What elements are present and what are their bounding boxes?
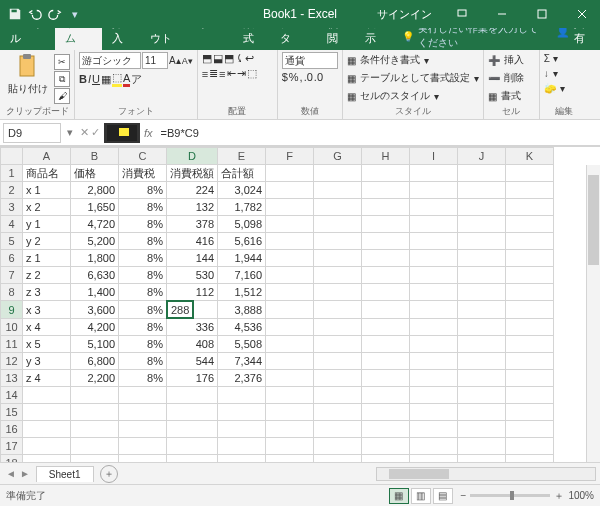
increase-decimal-icon[interactable]: .0: [304, 71, 313, 83]
cell[interactable]: [71, 438, 119, 455]
cell[interactable]: 4,536: [218, 319, 266, 336]
cell[interactable]: 8%: [119, 250, 167, 267]
cell[interactable]: [506, 438, 554, 455]
cell[interactable]: [314, 438, 362, 455]
cell[interactable]: z 3: [23, 284, 71, 301]
worksheet-grid[interactable]: ABCDEFGHIJK1商品名価格消費税消費税額合計額2x 12,8008%22…: [0, 146, 600, 462]
cell[interactable]: [410, 199, 458, 216]
cell[interactable]: [410, 438, 458, 455]
cell[interactable]: [506, 233, 554, 250]
col-header[interactable]: F: [266, 148, 314, 165]
cell[interactable]: [362, 301, 410, 319]
cell[interactable]: [362, 336, 410, 353]
font-color-icon[interactable]: A: [123, 72, 130, 87]
col-header[interactable]: K: [506, 148, 554, 165]
cell[interactable]: [506, 353, 554, 370]
cell[interactable]: x 5: [23, 336, 71, 353]
qat-dropdown-icon[interactable]: ▾: [68, 7, 82, 21]
row-header[interactable]: 5: [1, 233, 23, 250]
cell[interactable]: [314, 216, 362, 233]
paste-button[interactable]: 貼り付け: [4, 52, 52, 98]
cell[interactable]: [266, 182, 314, 199]
cell[interactable]: 112: [167, 284, 218, 301]
cell[interactable]: [266, 250, 314, 267]
row-header[interactable]: 9: [1, 301, 23, 319]
format-as-table-button[interactable]: ▦テーブルとして書式設定 ▾: [347, 70, 479, 86]
cell[interactable]: [362, 267, 410, 284]
cancel-formula-icon[interactable]: ✕: [80, 126, 89, 139]
row-header[interactable]: 17: [1, 438, 23, 455]
cell[interactable]: [458, 421, 506, 438]
cell[interactable]: [266, 387, 314, 404]
cell[interactable]: [458, 182, 506, 199]
cell[interactable]: [458, 353, 506, 370]
cell[interactable]: 5,098: [218, 216, 266, 233]
page-layout-view-icon[interactable]: ▥: [411, 488, 431, 504]
cell[interactable]: [266, 165, 314, 182]
cell[interactable]: [506, 165, 554, 182]
row-header[interactable]: 7: [1, 267, 23, 284]
align-right-icon[interactable]: ≡: [219, 68, 225, 80]
signin-link[interactable]: サインイン: [377, 7, 432, 22]
cell[interactable]: [71, 421, 119, 438]
increase-font-icon[interactable]: A▴: [169, 55, 181, 66]
cell[interactable]: [410, 404, 458, 421]
cell[interactable]: [314, 301, 362, 319]
cell[interactable]: [458, 250, 506, 267]
cell[interactable]: [506, 387, 554, 404]
align-bottom-icon[interactable]: ⬒: [224, 52, 234, 65]
cell[interactable]: [506, 250, 554, 267]
cell[interactable]: [119, 404, 167, 421]
cell[interactable]: 5,200: [71, 233, 119, 250]
cell[interactable]: [23, 387, 71, 404]
font-name-select[interactable]: 游ゴシック: [79, 52, 141, 69]
save-icon[interactable]: [8, 7, 22, 21]
align-middle-icon[interactable]: ⬓: [213, 52, 223, 65]
cell[interactable]: [410, 455, 458, 463]
cell[interactable]: 8%: [119, 353, 167, 370]
cell[interactable]: [410, 216, 458, 233]
cell[interactable]: [167, 421, 218, 438]
col-header[interactable]: I: [410, 148, 458, 165]
cell[interactable]: [410, 250, 458, 267]
col-header[interactable]: A: [23, 148, 71, 165]
cell[interactable]: [167, 387, 218, 404]
cell[interactable]: [506, 216, 554, 233]
cell[interactable]: [410, 301, 458, 319]
cell[interactable]: 1,782: [218, 199, 266, 216]
cell[interactable]: 8%: [119, 336, 167, 353]
cell[interactable]: [23, 455, 71, 463]
indent-dec-icon[interactable]: ⇤: [227, 67, 236, 80]
cell[interactable]: [266, 284, 314, 301]
cell[interactable]: [458, 336, 506, 353]
name-box-dropdown-icon[interactable]: ▾: [64, 126, 76, 139]
underline-button[interactable]: U: [92, 73, 100, 85]
cell[interactable]: 2,200: [71, 370, 119, 387]
cell[interactable]: 224: [167, 182, 218, 199]
align-left-icon[interactable]: ≡: [202, 68, 208, 80]
cell-styles-button[interactable]: ▦セルのスタイル ▾: [347, 88, 439, 104]
cell[interactable]: 530: [167, 267, 218, 284]
cell[interactable]: [266, 199, 314, 216]
cell[interactable]: [314, 353, 362, 370]
col-header[interactable]: E: [218, 148, 266, 165]
cell[interactable]: [458, 199, 506, 216]
cell[interactable]: 132: [167, 199, 218, 216]
cell[interactable]: [362, 165, 410, 182]
cell[interactable]: [458, 387, 506, 404]
cell[interactable]: 4,200: [71, 319, 119, 336]
cell[interactable]: [362, 370, 410, 387]
cell[interactable]: [362, 353, 410, 370]
cell[interactable]: [458, 267, 506, 284]
col-header[interactable]: H: [362, 148, 410, 165]
cell[interactable]: [23, 404, 71, 421]
currency-icon[interactable]: $: [282, 71, 288, 83]
ribbon-options-icon[interactable]: [444, 0, 480, 28]
cell[interactable]: [314, 284, 362, 301]
cell[interactable]: x 4: [23, 319, 71, 336]
maximize-icon[interactable]: [524, 0, 560, 28]
sheet-prev-icon[interactable]: ◄: [6, 468, 16, 479]
cell[interactable]: 5,616: [218, 233, 266, 250]
cell[interactable]: [314, 421, 362, 438]
row-header[interactable]: 12: [1, 353, 23, 370]
